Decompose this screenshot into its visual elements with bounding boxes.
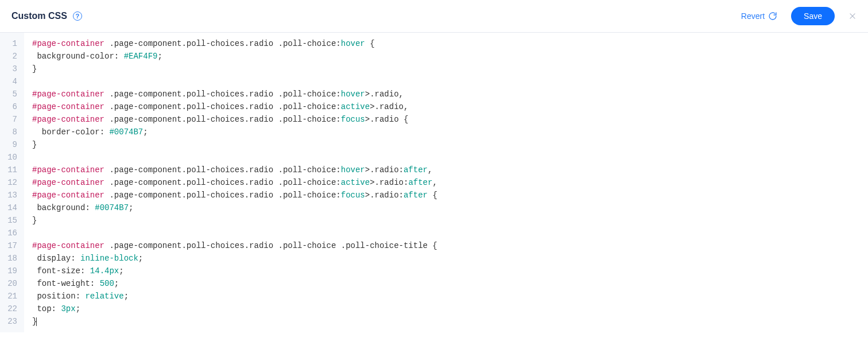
code-line: background-color: #EAF4F9;	[32, 50, 868, 63]
line-number: 16	[5, 227, 17, 239]
line-number: 13	[5, 189, 17, 201]
line-number: 18	[5, 252, 17, 265]
code-line: background: #0074B7;	[32, 201, 868, 214]
code-line: #page-container .page-component.poll-cho…	[32, 113, 868, 126]
line-number: 5	[5, 88, 17, 100]
line-number: 8	[5, 126, 17, 138]
code-line: #page-container .page-component.poll-cho…	[32, 37, 868, 50]
line-number: 9	[5, 138, 17, 151]
line-number: 19	[5, 265, 17, 277]
line-number: 14	[5, 201, 17, 214]
code-line	[32, 151, 868, 164]
line-number: 1	[5, 37, 17, 50]
header-left: Custom CSS ?	[11, 11, 82, 21]
code-line: #page-container .page-component.poll-cho…	[32, 88, 868, 100]
code-line: }	[32, 138, 868, 151]
line-number-gutter: 1234567891011121314151617181920212223	[0, 33, 24, 332]
line-number: 4	[5, 75, 17, 88]
line-number: 2	[5, 50, 17, 63]
header-bar: Custom CSS ? Revert Save	[0, 0, 868, 33]
line-number: 22	[5, 303, 17, 315]
revert-label: Revert	[741, 11, 765, 21]
code-line: }	[32, 315, 868, 328]
code-line: position: relative;	[32, 290, 868, 303]
code-line: display: inline-block;	[32, 252, 868, 265]
code-line: #page-container .page-component.poll-cho…	[32, 239, 868, 252]
code-line	[32, 227, 868, 239]
code-line: border-color: #0074B7;	[32, 126, 868, 138]
code-line: top: 3px;	[32, 303, 868, 315]
line-number: 11	[5, 164, 17, 176]
code-line	[32, 75, 868, 88]
line-number: 20	[5, 277, 17, 290]
revert-icon	[768, 11, 777, 21]
revert-button[interactable]: Revert	[741, 11, 777, 21]
code-line: #page-container .page-component.poll-cho…	[32, 100, 868, 113]
code-area[interactable]: #page-container .page-component.poll-cho…	[24, 33, 868, 332]
code-editor[interactable]: 1234567891011121314151617181920212223 #p…	[0, 33, 868, 332]
line-number: 21	[5, 290, 17, 303]
close-icon[interactable]	[848, 12, 857, 20]
line-number: 12	[5, 176, 17, 189]
header-right: Revert Save	[741, 7, 857, 25]
line-number: 3	[5, 63, 17, 75]
code-line: #page-container .page-component.poll-cho…	[32, 164, 868, 176]
line-number: 15	[5, 214, 17, 227]
save-button[interactable]: Save	[791, 7, 835, 25]
code-line: #page-container .page-component.poll-cho…	[32, 176, 868, 189]
line-number: 23	[5, 315, 17, 328]
line-number: 17	[5, 239, 17, 252]
code-line: font-weight: 500;	[32, 277, 868, 290]
line-number: 10	[5, 151, 17, 164]
text-caret	[36, 317, 37, 326]
code-line: }	[32, 214, 868, 227]
page-title: Custom CSS	[11, 11, 67, 21]
help-icon[interactable]: ?	[73, 11, 82, 21]
line-number: 7	[5, 113, 17, 126]
line-number: 6	[5, 100, 17, 113]
code-line: font-size: 14.4px;	[32, 265, 868, 277]
code-line: #page-container .page-component.poll-cho…	[32, 189, 868, 201]
code-line: }	[32, 63, 868, 75]
